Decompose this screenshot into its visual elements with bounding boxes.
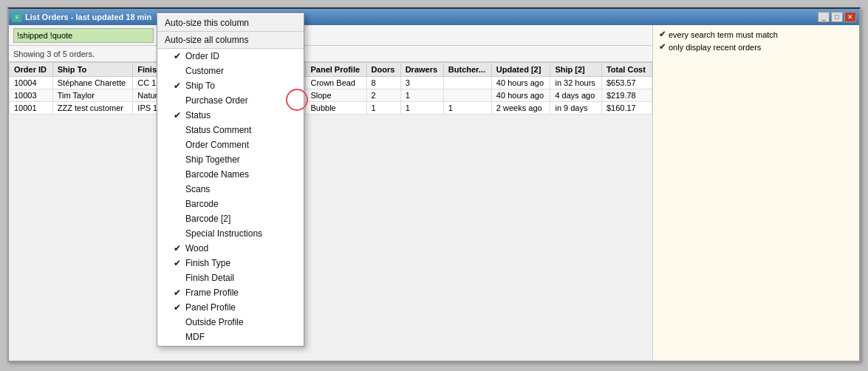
menu-item-status[interactable]: ✔Status <box>157 108 304 123</box>
search-option-2: ✔ only display recent orders <box>659 42 853 52</box>
menu-item-special-instructions[interactable]: Special Instructions <box>157 226 304 241</box>
menu-check-icon: ✔ <box>172 287 182 298</box>
menu-item-finish-detail[interactable]: Finish Detail <box>157 270 304 285</box>
app-icon: ≡ <box>12 12 22 22</box>
table-cell: $219.78 <box>601 89 652 102</box>
col-header-panel-profile[interactable]: Panel Profile <box>306 63 366 77</box>
table-cell: 10001 <box>10 102 53 115</box>
orders-table: Order ID Ship To Finish Type Frame Profi… <box>9 62 652 115</box>
status-bar: Showing 3 of 5 orders. <box>9 46 652 62</box>
col-header-drawers[interactable]: Drawers <box>400 63 443 77</box>
table-cell: 1 <box>400 102 443 115</box>
menu-item-scans[interactable]: Scans <box>157 182 304 197</box>
table-cell: $160.17 <box>601 102 652 115</box>
table-cell <box>443 77 491 89</box>
table-cell: Crown Bead <box>306 77 366 89</box>
col-header-updated[interactable]: Updated [2] <box>491 63 550 77</box>
window-title: List Orders - last updated 18 min <box>25 13 151 21</box>
table-cell: 1 <box>366 102 400 115</box>
menu-item-label: Customer <box>185 66 224 76</box>
menu-item-label: Special Instructions <box>185 228 262 239</box>
menu-autosize-column-label: Auto-size this column <box>165 18 249 28</box>
toolbar <box>9 25 652 46</box>
menu-item-label: Ship Together <box>185 154 240 165</box>
menu-item-label: Outside Profile <box>185 317 244 327</box>
col-header-butcher[interactable]: Butcher... <box>443 63 491 77</box>
table-cell: in 9 days <box>550 102 602 115</box>
menu-item-order-comment[interactable]: Order Comment <box>157 137 304 152</box>
right-panel: ✔ every search term must match ✔ only di… <box>652 25 859 361</box>
maximize-button[interactable]: □ <box>831 12 843 22</box>
menu-item-purchase-order[interactable]: Purchase Order <box>157 93 304 108</box>
menu-item-mdf[interactable]: MDF <box>157 330 304 344</box>
table-container: Order ID Ship To Finish Type Frame Profi… <box>9 62 652 361</box>
main-window: ≡ List Orders - last updated 18 min _ □ … <box>7 7 861 362</box>
menu-item-customer[interactable]: Customer <box>157 64 304 78</box>
col-header-ship[interactable]: Ship [2] <box>550 63 602 77</box>
menu-item-label: Finish Detail <box>185 273 234 283</box>
search-option-1: ✔ every search term must match <box>659 30 853 39</box>
menu-autosize-column[interactable]: Auto-size this column <box>157 15 304 32</box>
menu-item-ship-together[interactable]: Ship Together <box>157 152 304 167</box>
menu-item-label: Panel Profile <box>185 302 236 313</box>
menu-item-panel-profile[interactable]: ✔Panel Profile <box>157 300 304 315</box>
table-cell: 2 weeks ago <box>491 102 550 115</box>
context-menu: Auto-size this column Auto-size all colu… <box>157 13 304 347</box>
menu-check-icon: ✔ <box>172 110 182 120</box>
table-cell: 4 days ago <box>550 89 602 102</box>
menu-item-finish-type[interactable]: ✔Finish Type <box>157 256 304 270</box>
col-header-doors[interactable]: Doors <box>366 63 400 77</box>
menu-item-label: Purchase Order <box>185 95 248 106</box>
showing-text: Showing 3 of 5 orders. <box>13 50 95 58</box>
checkmark-1: ✔ <box>659 30 666 39</box>
table-cell: 8 <box>366 77 400 89</box>
table-cell: 3 <box>400 77 443 89</box>
search-input[interactable] <box>13 28 154 43</box>
menu-check-icon: ✔ <box>172 81 182 91</box>
table-cell: 10004 <box>10 77 53 89</box>
menu-item-frame-profile[interactable]: ✔Frame Profile <box>157 285 304 300</box>
close-button[interactable]: ✕ <box>844 12 856 22</box>
menu-item-ship-to[interactable]: ✔Ship To <box>157 78 304 93</box>
menu-item-wood[interactable]: ✔Wood <box>157 241 304 256</box>
minimize-button[interactable]: _ <box>818 12 830 22</box>
col-header-ship-to[interactable]: Ship To <box>52 63 133 77</box>
table-cell: Bubble <box>306 102 366 115</box>
table-row[interactable]: 10003Tim TaylorNatural - High GlossBubbl… <box>10 89 652 102</box>
table-cell: $653.57 <box>601 77 652 89</box>
menu-item-outside-profile[interactable]: Outside Profile <box>157 315 304 330</box>
table-cell: ZZZ test customer <box>52 102 133 115</box>
menu-item-barcode-2[interactable]: Barcode [2] <box>157 211 304 226</box>
table-cell: 2 <box>366 89 400 102</box>
table-cell: 10003 <box>10 89 53 102</box>
menu-item-order-id[interactable]: ✔Order ID <box>157 49 304 64</box>
menu-check-icon: ✔ <box>172 258 182 268</box>
menu-check-icon: ✔ <box>172 243 182 253</box>
table-cell: 1 <box>443 102 491 115</box>
table-row[interactable]: 10004Stéphane CharetteCC 100-787-1 Light… <box>10 77 652 89</box>
col-header-total-cost[interactable]: Total Cost <box>601 63 652 77</box>
menu-check-icon: ✔ <box>172 302 182 313</box>
menu-autosize-all[interactable]: Auto-size all columns <box>157 32 304 49</box>
menu-item-label: Order ID <box>185 51 219 61</box>
menu-item-label: Ship To <box>185 81 215 91</box>
table-row[interactable]: 10001ZZZ test customerIPS 104 Medium Wal… <box>10 102 652 115</box>
table-cell: Tim Taylor <box>52 89 133 102</box>
table-cell: 40 hours ago <box>491 89 550 102</box>
menu-item-label: Barcode <box>185 199 219 209</box>
menu-item-label: Frame Profile <box>185 287 239 298</box>
menu-item-status-comment[interactable]: Status Comment <box>157 123 304 137</box>
checkmark-2: ✔ <box>659 42 666 52</box>
col-header-order-id[interactable]: Order ID <box>10 63 53 77</box>
menu-item-barcode-names[interactable]: Barcode Names <box>157 167 304 182</box>
main-content: Showing 3 of 5 orders. Order ID Ship To … <box>9 25 652 361</box>
table-cell <box>443 89 491 102</box>
menu-item-barcode[interactable]: Barcode <box>157 197 304 211</box>
menu-item-label: Wood <box>185 243 208 253</box>
search-option-1-label: every search term must match <box>669 30 778 39</box>
title-bar-left: ≡ List Orders - last updated 18 min <box>12 12 151 22</box>
menu-item-label: Order Comment <box>185 140 249 150</box>
table-cell: 1 <box>400 89 443 102</box>
table-cell: Slope <box>306 89 366 102</box>
table-header-row: Order ID Ship To Finish Type Frame Profi… <box>10 63 652 77</box>
